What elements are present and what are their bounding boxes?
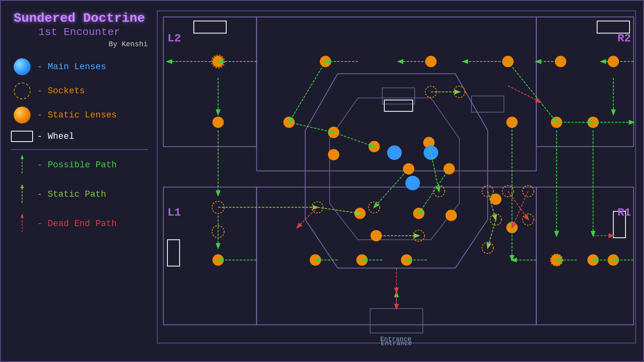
map-svg: L2 L1 R2 R1 Entrance — [154, 9, 639, 349]
legend-panel: Sundered Doctrine 1st Encounter By Kensh… — [5, 5, 154, 355]
wheel-icon — [11, 131, 33, 142]
author: By Kenshi — [11, 40, 148, 48]
svg-point-49 — [354, 208, 365, 219]
svg-marker-3 — [21, 184, 24, 188]
static-path-icon — [11, 183, 33, 206]
svg-marker-1 — [21, 155, 24, 159]
svg-text:R1: R1 — [617, 206, 631, 219]
legend-static-path: - Static Path — [11, 183, 148, 206]
legend-main-lenses: - Main Lenses — [11, 58, 148, 75]
wheel-label: - Wheel — [37, 132, 74, 142]
legend-wheel: - Wheel — [11, 131, 148, 142]
svg-point-51 — [413, 208, 424, 219]
legend-static-lenses: - Static Lenses — [11, 107, 148, 123]
subtitle: 1st Encounter — [11, 26, 148, 38]
dead-end-path-label: - Dead End Path — [37, 219, 117, 229]
entrance-label: Entrance — [381, 340, 412, 347]
legend-possible-path: - Possible Path — [11, 154, 148, 176]
dead-end-path-icon — [11, 213, 33, 235]
legend-dead-end-path: - Dead End Path — [11, 213, 148, 235]
svg-point-60 — [387, 145, 402, 160]
legend-sockets: - Sockets — [11, 82, 148, 99]
static-path-label: - Static Path — [37, 189, 106, 200]
title: Sundered Doctrine — [11, 11, 148, 26]
svg-point-40 — [369, 141, 380, 152]
map-area: L2 L1 R2 R1 Entrance — [154, 9, 639, 349]
svg-text:L1: L1 — [167, 206, 181, 219]
main-lenses-icon — [11, 58, 33, 75]
divider — [11, 149, 148, 150]
sockets-icon — [11, 82, 33, 99]
static-lenses-label: - Static Lenses — [37, 110, 117, 120]
static-lenses-icon — [11, 107, 33, 123]
possible-path-label: - Possible Path — [37, 160, 117, 170]
svg-point-39 — [328, 149, 339, 160]
possible-path-icon — [11, 154, 33, 176]
svg-point-62 — [405, 176, 420, 190]
sockets-label: - Sockets — [37, 86, 85, 96]
svg-point-36 — [213, 117, 224, 128]
svg-text:L2: L2 — [167, 32, 181, 45]
svg-text:R2: R2 — [617, 32, 631, 45]
svg-point-61 — [423, 145, 438, 160]
main-lenses-label: - Main Lenses — [37, 62, 106, 72]
main-container: Sundered Doctrine 1st Encounter By Kensh… — [0, 0, 644, 362]
svg-point-43 — [444, 163, 455, 175]
svg-marker-5 — [21, 214, 24, 218]
svg-point-52 — [446, 210, 457, 221]
